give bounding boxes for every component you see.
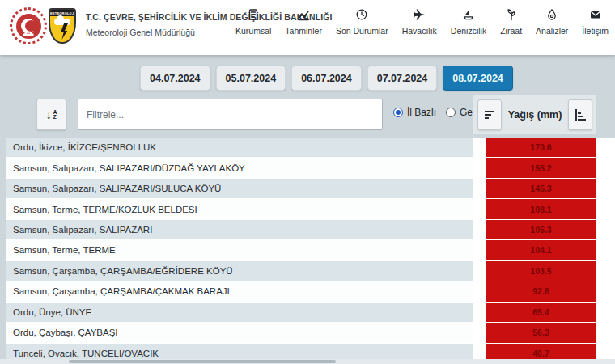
table-row: Samsun, Terme, TERME 104.1 — [6, 240, 615, 260]
rainfall-value-cell: 65.4 — [486, 303, 596, 323]
rainfall-value-cell: 92.8 — [486, 281, 596, 302]
location-cell: Samsun, Salıpazarı, SALIPAZARI/SULUCA KÖ… — [6, 179, 473, 199]
sort-desc-button[interactable] — [477, 99, 502, 130]
envelope-icon — [589, 8, 602, 21]
date-tab-5-active[interactable]: 08.07.2024 — [443, 66, 513, 91]
nav-item-kurumsal[interactable]: Kurumsal — [235, 8, 271, 36]
sort-alpha-down-icon: ↓ — [46, 108, 52, 121]
meteorology-shield-logo[interactable]: METEOROLOJİ — [49, 8, 76, 44]
horizontal-scrollbar[interactable] — [0, 359, 615, 364]
rainfall-value-cell: 56.3 — [486, 323, 596, 343]
table-row: Samsun, Çarşamba, ÇARŞAMBA/EĞRİDERE KÖYÜ… — [6, 261, 615, 281]
nav-label: Analizler — [536, 26, 568, 36]
letter-z: Z — [53, 115, 57, 120]
sort-asc-button[interactable] — [568, 99, 592, 130]
scope-radio-group: İl Bazlı Genel — [393, 107, 486, 118]
table-row: Ordu, Çaybaşı, ÇAYBAŞI 56.3 — [6, 323, 615, 343]
location-cell: Samsun, Terme, TERME/KOZLUK BELDESİ — [6, 199, 473, 219]
plane-icon — [413, 8, 426, 21]
rainfall-value-cell: 170.6 — [486, 138, 596, 158]
nav-label: Tahminler — [285, 26, 322, 36]
location-cell: Samsun, Terme, TERME — [6, 240, 473, 260]
date-tabs: 04.07.2024 05.07.2024 06.07.2024 07.07.2… — [140, 66, 513, 91]
nav-label: İletişim — [582, 26, 609, 36]
main-nav: Kurumsal Tahminler Son Durumlar Havacılı… — [235, 8, 609, 36]
location-cell: Ordu, Ünye, ÜNYE — [6, 303, 473, 323]
location-cell: Samsun, Salıpazarı, SALIPAZARI — [6, 220, 473, 240]
value-column-header: Yağış (mm) — [473, 95, 596, 134]
nav-item-son-durumlar[interactable]: Son Durumlar — [336, 8, 388, 36]
nav-label: Kurumsal — [235, 26, 271, 36]
radio-label: İl Bazlı — [407, 107, 436, 118]
radio-selected-icon — [393, 108, 403, 117]
sort-alpha-letters: A Z — [53, 110, 57, 120]
table-row: Samsun, Salıpazarı, SALIPAZARI/SULUCA KÖ… — [6, 179, 615, 199]
government-emblem-logo[interactable] — [10, 7, 47, 44]
scrollbar-thumb[interactable] — [69, 360, 336, 363]
document-icon — [247, 8, 260, 21]
plant-icon — [505, 8, 518, 21]
nav-item-denizcilik[interactable]: Denizcilik — [451, 8, 486, 36]
nav-item-ziraat[interactable]: Ziraat — [500, 8, 522, 36]
value-column-title: Yağış (mm) — [508, 109, 562, 121]
radio-unselected-icon — [446, 108, 456, 117]
emblem-core — [16, 14, 41, 39]
rainfall-value-cell: 103.5 — [486, 261, 596, 281]
trend-chart-icon — [297, 8, 310, 21]
rainfall-value-cell: 155.2 — [486, 158, 596, 178]
filter-input[interactable] — [78, 99, 383, 130]
date-tab-4[interactable]: 07.07.2024 — [367, 66, 438, 91]
rainfall-table: Ordu, İkizce, İKİZCE/ŞENBOLLUK 170.6 Sam… — [6, 138, 615, 364]
table-row: Samsun, Salıpazarı, SALIPAZARI/DÜZDAĞ YA… — [6, 158, 615, 178]
nav-item-iletisim[interactable]: İletişim — [582, 8, 609, 36]
date-tab-2[interactable]: 05.07.2024 — [216, 66, 286, 91]
nav-label: Ziraat — [500, 26, 522, 36]
location-cell: Ordu, İkizce, İKİZCE/ŞENBOLLUK — [6, 138, 473, 158]
crescent-icon — [21, 19, 36, 33]
nav-label: Son Durumlar — [336, 26, 388, 36]
page: METEOROLOJİ T.C. ÇEVRE, ŞEHİRCİLİK VE İK… — [0, 0, 615, 364]
nav-item-analizler[interactable]: Analizler — [536, 8, 568, 36]
nav-label: Denizcilik — [451, 26, 486, 36]
location-cell: Samsun, Çarşamba, ÇARŞAMBA/EĞRİDERE KÖYÜ — [6, 261, 473, 281]
sort-alpha-button[interactable]: ↓ A Z — [36, 99, 66, 130]
location-cell: Samsun, Çarşamba, ÇARŞAMBA/ÇAKMAK BARAJI — [6, 281, 473, 302]
date-tab-1[interactable]: 04.07.2024 — [140, 66, 210, 91]
location-cell: Samsun, Salıpazarı, SALIPAZARI/DÜZDAĞ YA… — [6, 158, 473, 178]
table-row: Ordu, İkizce, İKİZCE/ŞENBOLLUK 170.6 — [6, 138, 615, 158]
rainfall-value-cell: 104.1 — [486, 240, 596, 260]
sailboat-icon — [462, 8, 475, 21]
chart-bars-icon — [575, 109, 587, 121]
sort-amount-desc-icon — [485, 111, 494, 112]
rainfall-value-cell: 145.3 — [486, 179, 596, 199]
date-tab-3[interactable]: 06.07.2024 — [291, 66, 362, 91]
cloud-icon — [54, 19, 70, 25]
site-header: METEOROLOJİ T.C. ÇEVRE, ŞEHİRCİLİK VE İK… — [0, 0, 615, 55]
rainfall-value-cell: 108.1 — [486, 199, 596, 219]
rainfall-value-cell: 105.3 — [486, 220, 596, 240]
radio-il-bazli[interactable]: İl Bazlı — [393, 107, 436, 118]
table-row: Samsun, Çarşamba, ÇARŞAMBA/ÇAKMAK BARAJI… — [6, 281, 615, 302]
table-row: Samsun, Terme, TERME/KOZLUK BELDESİ 108.… — [6, 199, 615, 219]
nav-item-tahminler[interactable]: Tahminler — [285, 8, 322, 36]
clock-icon — [355, 8, 368, 21]
table-row: Ordu, Ünye, ÜNYE 65.4 — [6, 303, 615, 323]
location-cell: Ordu, Çaybaşı, ÇAYBAŞI — [6, 323, 473, 343]
droplet-icon — [545, 8, 558, 21]
lightning-icon — [61, 23, 68, 40]
table-row: Samsun, Salıpazarı, SALIPAZARI 105.3 — [6, 220, 615, 240]
nav-item-havacilik[interactable]: Havacılık — [402, 8, 437, 36]
nav-label: Havacılık — [402, 26, 437, 36]
